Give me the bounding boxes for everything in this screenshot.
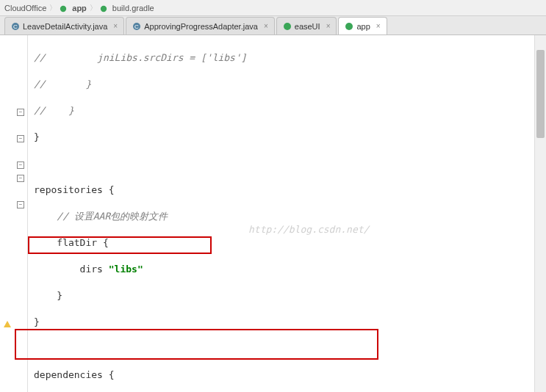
fold-toggle[interactable]: − xyxy=(17,161,24,169)
scroll-thumb[interactable] xyxy=(536,50,545,138)
java-file-icon: C xyxy=(11,22,20,31)
tab-easeui[interactable]: easeUI × xyxy=(276,17,337,35)
app-icon xyxy=(60,4,67,12)
code-line: // } xyxy=(34,104,546,117)
code-line: } xyxy=(34,289,546,302)
code-line: dependencies { xyxy=(34,369,546,382)
chevron-right-icon: 〉 xyxy=(49,3,57,13)
gradle-file-icon xyxy=(283,22,292,31)
fold-toggle[interactable]: − xyxy=(17,109,24,116)
editor-tabs: C LeaveDetailActivity.java × C Approving… xyxy=(0,16,546,35)
tab-label: easeUI xyxy=(295,22,320,31)
breadcrumb-item[interactable]: app xyxy=(72,4,87,12)
svg-text:C: C xyxy=(134,23,139,30)
breadcrumb-item[interactable]: CloudOffice xyxy=(4,4,46,12)
code-line: // } xyxy=(34,78,546,91)
svg-text:C: C xyxy=(13,23,18,30)
gradle-file-icon xyxy=(345,22,353,31)
tab-approving-progress[interactable]: C ApprovingProgressAdapter.java × xyxy=(126,17,275,35)
editor-area: − − − − − // jniLibs.srcDirs = ['libs'] … xyxy=(0,35,546,392)
fold-toggle[interactable]: − xyxy=(17,201,24,208)
code-line: repositories { xyxy=(34,184,546,197)
svg-point-7 xyxy=(345,23,353,30)
code-line: // jniLibs.srcDirs = ['libs'] xyxy=(34,51,546,65)
code-line: flatDir { xyxy=(34,236,546,250)
vertical-scrollbar[interactable] xyxy=(534,35,546,392)
watermark-text: http://blog.csdn.net/ xyxy=(248,223,369,236)
gradle-file-icon xyxy=(100,4,107,12)
svg-point-6 xyxy=(284,23,291,30)
close-icon[interactable]: × xyxy=(376,22,381,30)
svg-point-0 xyxy=(60,5,66,11)
code-editor[interactable]: // jniLibs.srcDirs = ['libs'] // } // } … xyxy=(28,35,546,392)
code-line xyxy=(34,157,546,170)
tab-label: app xyxy=(356,22,370,31)
warning-icon[interactable] xyxy=(3,320,12,329)
java-file-icon: C xyxy=(132,22,141,31)
code-line: } xyxy=(34,316,546,329)
tab-label: ApprovingProgressAdapter.java xyxy=(144,22,258,31)
close-icon[interactable]: × xyxy=(326,22,331,30)
tab-app[interactable]: app × xyxy=(338,17,387,35)
svg-point-1 xyxy=(101,5,107,11)
fold-toggle[interactable]: − xyxy=(17,135,24,142)
code-line: } xyxy=(34,131,546,144)
gutter: − − − − − xyxy=(0,35,28,392)
fold-toggle[interactable]: − xyxy=(17,175,24,182)
code-line: // 设置AAR包的映射文件 xyxy=(34,210,546,223)
breadcrumb: CloudOffice 〉 app 〉 build.gradle xyxy=(0,0,546,16)
close-icon[interactable]: × xyxy=(113,22,118,30)
close-icon[interactable]: × xyxy=(264,22,268,30)
code-line xyxy=(34,342,546,355)
code-line: dirs "libs" xyxy=(34,263,546,276)
breadcrumb-item[interactable]: build.gradle xyxy=(112,4,154,12)
chevron-right-icon: 〉 xyxy=(90,3,97,13)
tab-leave-detail[interactable]: C LeaveDetailActivity.java × xyxy=(4,17,124,35)
tab-label: LeaveDetailActivity.java xyxy=(23,22,107,31)
